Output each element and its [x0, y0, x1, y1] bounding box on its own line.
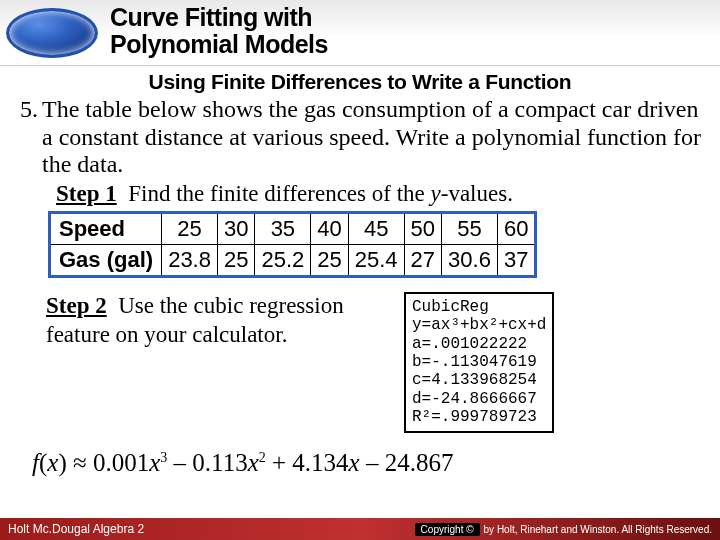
calc-line: d=-24.8666667: [412, 390, 537, 408]
cell: 25: [217, 244, 254, 276]
footer-bar: Holt Mc.Dougal Algebra 2 Copyright ©by H…: [0, 518, 720, 540]
calculator-output: CubicReg y=ax³+bx²+cx+d a=.001022222 b=-…: [404, 292, 554, 433]
approx-sign: ≈: [67, 449, 93, 476]
table-row: Gas (gal) 23.8 25 25.2 25 25.4 27 30.6 3…: [50, 244, 536, 276]
cell: 50: [404, 212, 441, 244]
cell: 60: [497, 212, 535, 244]
header-oval-icon: [6, 8, 98, 58]
copyright-badge: Copyright ©: [415, 523, 480, 536]
footer-right-text: by Holt, Rinehart and Winston. All Right…: [484, 524, 712, 535]
func-lhs: f(x): [32, 449, 67, 476]
calc-line: y=ax³+bx²+cx+d: [412, 316, 546, 334]
cell: 25.2: [255, 244, 311, 276]
step-2: Step 2 Use the cubic regression feature …: [46, 292, 376, 350]
problem-row: 5. The table below shows the gas consump…: [8, 96, 712, 179]
cell: 23.8: [162, 244, 218, 276]
calc-line: b=-.113047619: [412, 353, 537, 371]
step2-label: Step 2: [46, 293, 107, 318]
problem-text: The table below shows the gas consumptio…: [42, 96, 712, 179]
step-2-row: Step 2 Use the cubic regression feature …: [46, 292, 712, 433]
calc-line: a=.001022222: [412, 335, 527, 353]
subtitle: Using Finite Differences to Write a Func…: [8, 70, 712, 94]
data-table: Speed 25 30 35 40 45 50 55 60 Gas (gal) …: [48, 211, 537, 278]
row-gas-head: Gas (gal): [50, 244, 162, 276]
content-area: Using Finite Differences to Write a Func…: [0, 66, 720, 477]
problem-number: 5.: [8, 96, 42, 123]
table-row: Speed 25 30 35 40 45 50 55 60: [50, 212, 536, 244]
header-title: Curve Fitting with Polynomial Models: [110, 4, 328, 58]
cell: 30.6: [442, 244, 498, 276]
cell: 45: [348, 212, 404, 244]
cell: 35: [255, 212, 311, 244]
cell: 37: [497, 244, 535, 276]
cell: 25: [162, 212, 218, 244]
step-1: Step 1 Find the finite differences of th…: [56, 181, 712, 207]
calc-line: c=4.133968254: [412, 371, 537, 389]
cell: 30: [217, 212, 254, 244]
cell: 40: [311, 212, 348, 244]
cell: 55: [442, 212, 498, 244]
polynomial-function: f(x) ≈ 0.001x3 – 0.113x2 + 4.134x – 24.8…: [32, 449, 712, 477]
slide-header: Curve Fitting with Polynomial Models: [0, 0, 720, 66]
calc-line: CubicReg: [412, 298, 489, 316]
header-title-line2: Polynomial Models: [110, 30, 328, 58]
footer-right: Copyright ©by Holt, Rinehart and Winston…: [415, 523, 712, 536]
header-title-line1: Curve Fitting with: [110, 3, 312, 31]
func-expr: 0.001x3 – 0.113x2 + 4.134x – 24.867: [93, 449, 454, 476]
footer-left: Holt Mc.Dougal Algebra 2: [8, 522, 144, 536]
cell: 25.4: [348, 244, 404, 276]
calc-line: R²=.999789723: [412, 408, 537, 426]
step1-text: Find the finite differences of the y-val…: [122, 181, 512, 206]
cell: 27: [404, 244, 441, 276]
step1-label: Step 1: [56, 181, 117, 206]
row-speed-head: Speed: [50, 212, 162, 244]
cell: 25: [311, 244, 348, 276]
